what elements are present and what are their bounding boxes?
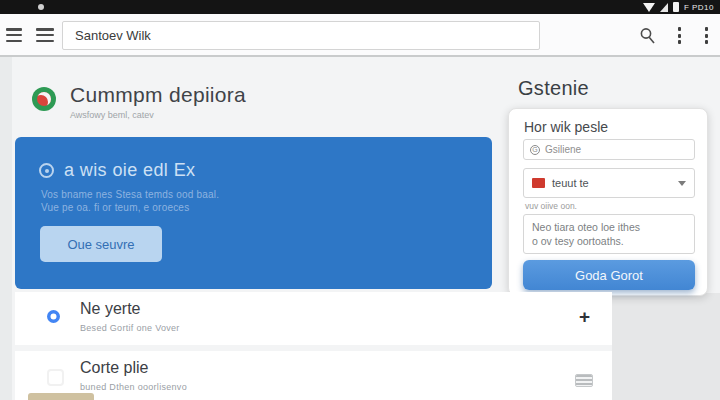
textarea-line2: o ov tesy oortoaths.	[532, 234, 686, 248]
search-input[interactable]	[63, 22, 539, 49]
account-icon: G	[530, 145, 540, 155]
banner-title-row: a wis oie edl Ex	[39, 160, 195, 181]
left-gutter	[0, 57, 12, 400]
app-logo-icon	[32, 87, 56, 111]
search-icon[interactable]	[639, 27, 656, 45]
flag-icon	[532, 178, 545, 188]
menu-icon[interactable]	[6, 28, 22, 42]
page-title: Cummpm depiiora	[70, 83, 246, 107]
hamburger-icon[interactable]	[36, 28, 54, 42]
more-options-icon[interactable]	[703, 25, 710, 46]
toolbar	[0, 14, 720, 57]
status-bar: F PD10	[0, 0, 720, 14]
list-item-title: Ne yerte	[80, 300, 140, 318]
search-box	[62, 21, 540, 50]
chevron-down-icon	[678, 181, 686, 186]
background-panel	[612, 293, 720, 400]
banner-text-line1: Vos bname nes Stesa temds ood baal.	[41, 189, 219, 200]
submit-button[interactable]: Goda Gorot	[523, 260, 695, 290]
account-field-value: Gsiliene	[545, 144, 581, 155]
battery-icon	[673, 2, 679, 12]
side-panel-card: Hor wik pesle G Gsiliene teuut te vuv oi…	[508, 108, 708, 296]
status-icons: F PD10	[643, 0, 714, 14]
notification-dot-icon	[38, 4, 44, 10]
banner-title: a wis oie edl Ex	[64, 160, 195, 181]
select-helper-text: vuv oiive oon.	[525, 201, 577, 211]
list-item[interactable]: Ne yerte Besed Gortif one Vover +	[15, 292, 612, 345]
banner-action-button[interactable]: Oue seuvre	[40, 226, 162, 262]
side-panel-heading: Gstenie	[518, 77, 589, 100]
overflow-menu-icon[interactable]	[676, 25, 683, 46]
list-item-title: Corte plie	[80, 359, 148, 377]
list-item[interactable]: Corte plie buned Dthen ooorlisenvo	[15, 351, 612, 400]
option-select[interactable]: teuut te	[523, 168, 695, 198]
textarea-line1: Neo tiara oteo loe ithes	[532, 220, 686, 234]
page-content: Cummpm depiiora Awsfowy beml, catev a wi…	[0, 57, 720, 400]
promo-banner: a wis oie edl Ex Vos bname nes Stesa tem…	[15, 137, 492, 289]
card-title: Hor wik pesle	[524, 119, 608, 135]
tooltip-fragment	[28, 393, 94, 400]
list-item-subtitle: Besed Gortif one Vover	[80, 323, 180, 333]
description-textarea[interactable]: Neo tiara oteo loe ithes o ov tesy oorto…	[523, 214, 695, 254]
target-bullet-icon	[39, 163, 54, 178]
screen: F PD10 Cummpm depiiora Awsfowy	[0, 0, 720, 400]
account-field[interactable]: G Gsiliene	[523, 139, 695, 160]
page-subtitle: Awsfowy beml, catev	[70, 110, 246, 120]
status-time: F PD10	[684, 3, 714, 12]
list-item-subtitle: buned Dthen ooorlisenvo	[80, 382, 187, 392]
grid-icon[interactable]	[576, 375, 592, 386]
toolbar-icons	[639, 14, 710, 57]
select-label: teuut te	[552, 177, 671, 189]
app-header: Cummpm depiiora Awsfowy beml, catev	[32, 83, 246, 120]
add-icon[interactable]: +	[579, 306, 590, 328]
signal-icon	[660, 3, 668, 12]
wifi-icon	[643, 3, 655, 12]
banner-text-line2: Vue pe oa. fi or teum, e oroeces	[41, 202, 189, 213]
